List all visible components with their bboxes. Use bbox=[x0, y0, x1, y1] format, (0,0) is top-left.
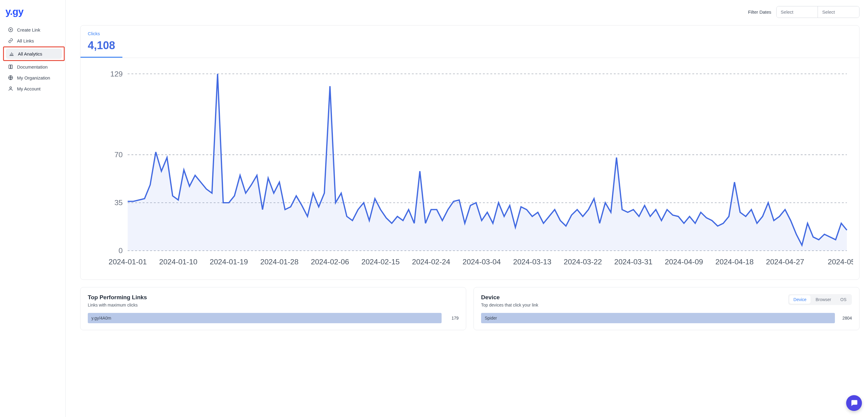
sidebar-nav: Create Link All Links All Analytics bbox=[5, 25, 63, 94]
svg-text:35: 35 bbox=[115, 198, 123, 207]
svg-text:2024-01-10: 2024-01-10 bbox=[159, 258, 197, 266]
metric-tab-label: Clicks bbox=[88, 31, 115, 36]
sidebar-item-label: Create Link bbox=[17, 27, 40, 32]
sidebar-item-label: All Analytics bbox=[18, 51, 42, 57]
top-performing-links-card: Top Performing Links Links with maximum … bbox=[80, 287, 466, 330]
bar-track[interactable]: y.gy/4A0m bbox=[88, 313, 442, 323]
plus-circle-icon bbox=[8, 27, 13, 32]
bar-value: 2804 bbox=[839, 316, 852, 320]
sidebar-item-all-analytics[interactable]: All Analytics bbox=[6, 49, 62, 59]
tab-pill-device[interactable]: Device bbox=[789, 295, 811, 304]
svg-text:2024-03-13: 2024-03-13 bbox=[513, 258, 551, 266]
tab-pill-os[interactable]: OS bbox=[836, 295, 851, 304]
sidebar-item-label: My Organization bbox=[17, 75, 50, 81]
metric-tabs: Clicks 4,108 bbox=[81, 26, 859, 58]
svg-text:2024-03-31: 2024-03-31 bbox=[614, 258, 652, 266]
bar-fill bbox=[88, 313, 442, 323]
sidebar-item-label: Documentation bbox=[17, 64, 48, 69]
device-row: Spider2804 bbox=[481, 313, 852, 323]
sidebar-item-create-link[interactable]: Create Link bbox=[5, 25, 63, 35]
bar-track[interactable]: Spider bbox=[481, 313, 835, 323]
metric-tab-clicks[interactable]: Clicks 4,108 bbox=[81, 26, 122, 58]
date-end-select[interactable]: Select bbox=[818, 6, 859, 18]
metric-tab-value: 4,108 bbox=[88, 39, 115, 52]
filter-dates-bar: Filter Dates Select Select bbox=[80, 6, 860, 18]
svg-text:2024-04-18: 2024-04-18 bbox=[715, 258, 753, 266]
chat-icon bbox=[850, 399, 858, 408]
sidebar-item-label: My Account bbox=[17, 86, 41, 91]
svg-text:2024-04-27: 2024-04-27 bbox=[766, 258, 804, 266]
svg-text:2024-02-24: 2024-02-24 bbox=[412, 258, 450, 266]
sidebar-item-my-account[interactable]: My Account bbox=[5, 84, 63, 94]
card-subtitle: Links with maximum clicks bbox=[88, 302, 459, 308]
date-start-select[interactable]: Select bbox=[777, 6, 818, 18]
highlight-annotation: All Analytics bbox=[3, 46, 65, 61]
main-content: Filter Dates Select Select Clicks 4,108 … bbox=[66, 0, 868, 417]
user-icon bbox=[8, 86, 13, 91]
svg-text:2024-02-06: 2024-02-06 bbox=[311, 258, 349, 266]
chat-widget-button[interactable] bbox=[846, 395, 862, 411]
svg-text:2024-03-22: 2024-03-22 bbox=[564, 258, 602, 266]
bar-label: Spider bbox=[485, 316, 497, 320]
chart-container: 035701292024-01-012024-01-102024-01-1920… bbox=[81, 58, 859, 280]
clicks-line-chart: 035701292024-01-012024-01-102024-01-1920… bbox=[87, 70, 853, 269]
svg-point-2 bbox=[10, 87, 11, 89]
sidebar-item-label: All Links bbox=[17, 38, 34, 43]
sidebar-item-my-organization[interactable]: My Organization bbox=[5, 72, 63, 83]
sidebar-item-documentation[interactable]: Documentation bbox=[5, 62, 63, 72]
svg-text:2024-02-15: 2024-02-15 bbox=[362, 258, 400, 266]
svg-text:2024-04-09: 2024-04-09 bbox=[665, 258, 703, 266]
top-link-row: y.gy/4A0m179 bbox=[88, 313, 459, 323]
bar-value: 179 bbox=[445, 316, 459, 320]
card-title: Device bbox=[481, 294, 538, 301]
svg-text:2024-05-08: 2024-05-08 bbox=[828, 258, 853, 266]
sidebar: y.gy Create Link All Links All A bbox=[0, 0, 66, 417]
chart-icon bbox=[9, 51, 14, 57]
card-subtitle: Top devices that click your link bbox=[481, 302, 538, 308]
date-range-select-group: Select Select bbox=[776, 6, 860, 18]
link-icon bbox=[8, 38, 13, 43]
logo: y.gy bbox=[5, 6, 63, 17]
tab-pill-browser[interactable]: Browser bbox=[811, 295, 835, 304]
bar-fill bbox=[481, 313, 835, 323]
card-title: Top Performing Links bbox=[88, 294, 459, 301]
globe-icon bbox=[8, 75, 13, 81]
svg-text:0: 0 bbox=[119, 247, 123, 255]
bar-label: y.gy/4A0m bbox=[91, 316, 111, 320]
svg-text:2024-01-01: 2024-01-01 bbox=[108, 258, 147, 266]
filter-dates-label: Filter Dates bbox=[748, 9, 771, 14]
clicks-chart-card: Clicks 4,108 035701292024-01-012024-01-1… bbox=[80, 25, 860, 280]
book-icon bbox=[8, 64, 13, 69]
svg-text:2024-01-19: 2024-01-19 bbox=[210, 258, 248, 266]
svg-text:70: 70 bbox=[115, 151, 123, 159]
svg-text:129: 129 bbox=[110, 70, 123, 78]
device-card: Device Top devices that click your link … bbox=[473, 287, 860, 330]
device-tab-pills: DeviceBrowserOS bbox=[788, 294, 852, 305]
svg-text:2024-01-28: 2024-01-28 bbox=[260, 258, 299, 266]
svg-text:2024-03-04: 2024-03-04 bbox=[463, 258, 501, 266]
sidebar-item-all-links[interactable]: All Links bbox=[5, 35, 63, 46]
